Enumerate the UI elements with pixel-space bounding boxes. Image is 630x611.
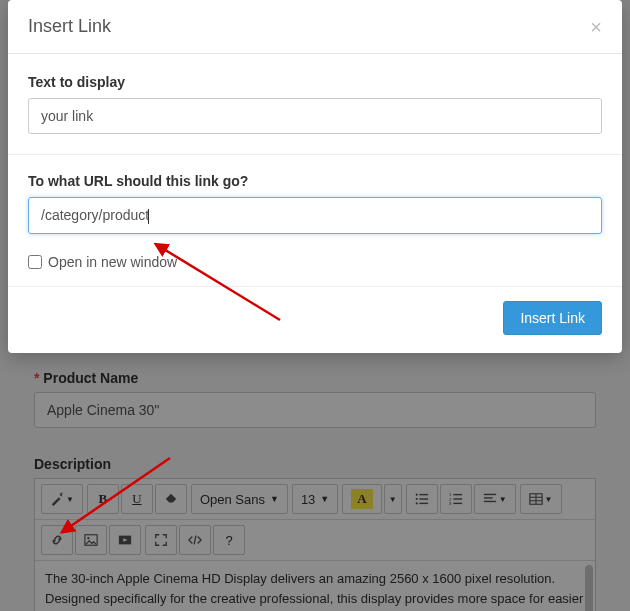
open-new-window-label: Open in new window	[48, 254, 177, 270]
insert-link-modal: Insert Link × Text to display To what UR…	[8, 0, 622, 353]
close-button[interactable]: ×	[590, 17, 602, 37]
modal-title: Insert Link	[28, 16, 111, 37]
text-to-display-label: Text to display	[28, 74, 602, 90]
close-icon: ×	[590, 16, 602, 38]
insert-link-button[interactable]: Insert Link	[503, 301, 602, 335]
modal-header: Insert Link ×	[8, 0, 622, 54]
url-input[interactable]: /category/product	[28, 197, 602, 234]
text-to-display-input[interactable]	[28, 98, 602, 134]
divider	[8, 154, 622, 155]
open-new-window-checkbox[interactable]	[28, 255, 42, 269]
url-label: To what URL should this link go?	[28, 173, 602, 189]
